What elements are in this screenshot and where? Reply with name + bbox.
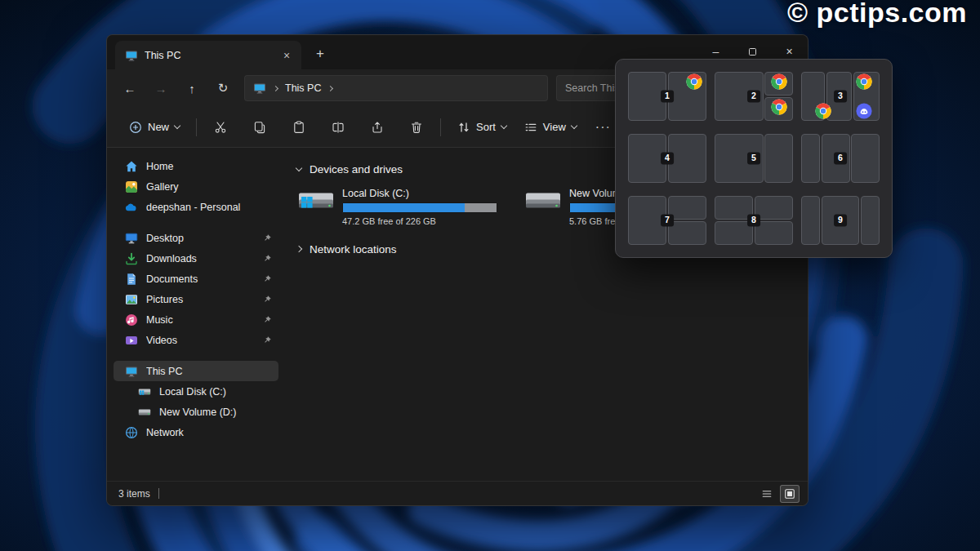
cut-icon	[214, 121, 227, 134]
snap-zone[interactable]	[668, 196, 706, 220]
delete-icon	[410, 121, 423, 134]
tab-this-pc[interactable]: This PC ×	[115, 41, 301, 69]
new-tab-button[interactable]: +	[308, 42, 332, 66]
snap-zone[interactable]	[755, 221, 793, 245]
documents-icon	[125, 273, 138, 286]
sidebar-item-label: Home	[146, 161, 272, 172]
refresh-button[interactable]: ↻	[208, 75, 238, 101]
new-button[interactable]: New	[120, 113, 189, 141]
sidebar-item-label: Desktop	[146, 233, 254, 244]
snap-layout-number: 6	[834, 152, 847, 164]
snap-layout-number: 1	[661, 90, 674, 102]
sidebar-item-documents[interactable]: Documents	[114, 269, 278, 289]
rename-button[interactable]	[322, 113, 354, 141]
watermark: © pctips.com	[787, 0, 967, 29]
sidebar-item-network[interactable]: Network	[114, 422, 278, 442]
thumbnail-view-icon	[784, 488, 795, 500]
chevron-down-icon	[501, 122, 507, 129]
toolbar-divider	[196, 118, 197, 136]
snap-zone[interactable]	[851, 134, 880, 183]
details-view-icon	[761, 488, 773, 500]
snap-layout-7: 7	[628, 196, 706, 245]
delete-button[interactable]	[400, 113, 433, 141]
forward-button[interactable]: →	[146, 75, 176, 101]
breadcrumb-chevron-icon[interactable]	[327, 85, 333, 91]
drive-free-space: 47.2 GB free of 226 GB	[342, 216, 504, 226]
copy-button[interactable]	[243, 113, 276, 141]
sidebar-item-label: New Volume (D:)	[159, 407, 272, 418]
sidebar-item-this-pc[interactable]: This PC	[114, 361, 278, 381]
downloads-icon	[125, 252, 138, 265]
sidebar-item-deepshan-personal[interactable]: deepshan - Personal	[114, 197, 278, 217]
view-button[interactable]: View	[515, 113, 586, 141]
status-divider	[158, 488, 159, 499]
monitor-icon	[253, 82, 266, 95]
snap-layouts-popup: 123456789	[615, 59, 893, 258]
snap-zone[interactable]	[801, 196, 820, 245]
sidebar-item-label: Videos	[146, 335, 254, 346]
gallery-icon	[125, 180, 138, 193]
tab-title: This PC	[145, 50, 272, 61]
toolbar-divider	[440, 118, 441, 136]
snap-zone[interactable]	[668, 221, 706, 245]
cut-button[interactable]	[204, 113, 237, 141]
home-icon	[125, 160, 138, 173]
drive-windows-large-icon	[298, 187, 334, 226]
back-button[interactable]: ←	[115, 75, 145, 101]
snap-zone[interactable]	[668, 134, 706, 183]
sidebar-item-label: Music	[146, 314, 254, 326]
monitor-icon	[125, 49, 138, 62]
sidebar-item-local-disk-c[interactable]: Local Disk (C:)	[114, 381, 278, 402]
snap-layout-2: 2	[715, 72, 793, 121]
item-count: 3 items	[118, 488, 150, 500]
network-icon	[125, 426, 138, 439]
paste-button[interactable]	[283, 113, 315, 141]
sidebar-item-desktop[interactable]: Desktop	[114, 228, 278, 248]
sort-button-label: Sort	[476, 121, 496, 133]
snap-layout-number: 4	[661, 152, 674, 164]
chrome-icon	[856, 73, 872, 90]
drive-windows-icon	[138, 385, 151, 398]
sidebar-item-new-volume-d[interactable]: New Volume (D:)	[114, 402, 278, 422]
toolbar-actions	[204, 113, 433, 141]
snap-layout-number: 5	[747, 152, 760, 164]
snap-layout-9: 9	[801, 196, 880, 245]
details-view-button[interactable]	[757, 485, 777, 503]
pin-icon	[262, 315, 272, 325]
sidebar-item-pictures[interactable]: Pictures	[114, 289, 278, 309]
thumbnail-view-button[interactable]	[780, 485, 800, 503]
sidebar-item-downloads[interactable]: Downloads	[114, 248, 278, 269]
pin-icon	[262, 254, 272, 264]
sidebar-item-home[interactable]: Home	[114, 156, 278, 176]
sidebar-item-label: deepshan - Personal	[146, 202, 272, 213]
snap-zone[interactable]	[861, 196, 880, 245]
chrome-icon	[686, 73, 702, 90]
sidebar-item-label: Pictures	[146, 294, 254, 305]
music-icon	[125, 313, 138, 327]
snap-layout-3: 3	[801, 72, 880, 121]
breadcrumb-chevron-icon[interactable]	[273, 85, 278, 91]
paste-icon	[292, 121, 305, 134]
sidebar-item-label: Local Disk (C:)	[159, 386, 272, 398]
breadcrumb[interactable]: This PC	[244, 75, 548, 101]
share-button[interactable]	[361, 113, 394, 141]
breadcrumb-item-this-pc[interactable]: This PC	[285, 82, 321, 94]
chrome-icon	[815, 103, 831, 119]
sort-button[interactable]: Sort	[448, 113, 515, 141]
drive-item-local-disk-c[interactable]: Local Disk (C:)47.2 GB free of 226 GB	[298, 187, 504, 226]
chevron-down-icon	[174, 122, 180, 129]
snap-zone[interactable]	[801, 134, 820, 183]
rename-icon	[332, 121, 345, 134]
desktop-icon	[125, 232, 138, 245]
snap-zone[interactable]	[755, 196, 793, 220]
tab-close-icon[interactable]: ×	[278, 47, 295, 64]
snap-layout-number: 8	[747, 214, 760, 226]
snap-zone[interactable]	[764, 134, 793, 183]
share-icon	[371, 121, 384, 134]
sidebar-item-music[interactable]: Music	[114, 309, 278, 330]
onedrive-icon	[125, 201, 138, 214]
sidebar-item-videos[interactable]: Videos	[114, 330, 278, 350]
sidebar-item-gallery[interactable]: Gallery	[114, 176, 278, 197]
up-button[interactable]: ↑	[177, 75, 207, 101]
snap-layout-5: 5	[715, 134, 793, 183]
